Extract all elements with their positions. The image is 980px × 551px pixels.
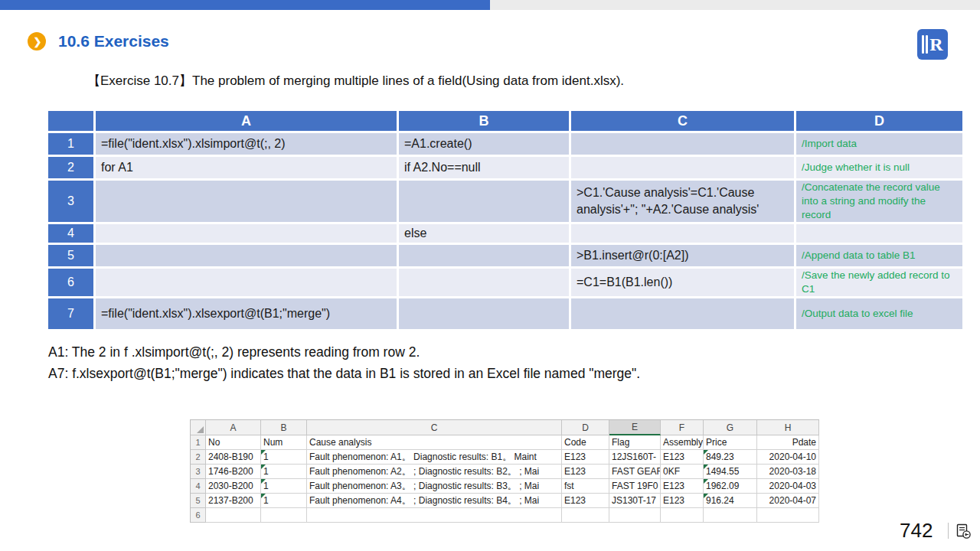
sheet-cell-B2: 1 bbox=[261, 450, 307, 465]
sheet-col-header-G: G bbox=[704, 420, 757, 435]
sheet-col-header-E: E bbox=[609, 420, 661, 435]
logo-bar bbox=[926, 35, 928, 54]
sheet-row-header-2: 2 bbox=[191, 450, 206, 465]
document-return-icon bbox=[955, 523, 972, 543]
sheet-cell-C1: Cause analysis bbox=[307, 435, 562, 450]
sheet-cell-G2: 849.23 bbox=[704, 450, 757, 465]
sheet-cell-G5: 916.24 bbox=[704, 494, 757, 508]
code-cell-C1 bbox=[571, 133, 794, 155]
top-gray-bar bbox=[490, 0, 980, 10]
code-row-header-1: 1 bbox=[48, 133, 93, 155]
code-cell-A4 bbox=[96, 224, 397, 243]
sheet-cell-F1: Assembly p bbox=[661, 435, 704, 450]
sheet-cell-B5: 1 bbox=[261, 494, 307, 508]
sheet-cell-F4: E123 bbox=[661, 479, 704, 494]
code-col-header-D: D bbox=[796, 111, 962, 131]
page-number: 742 bbox=[900, 519, 933, 543]
code-row-header-4: 4 bbox=[48, 224, 93, 243]
sheet-cell-D5: E123 bbox=[562, 494, 609, 508]
sheet-cell-B3: 1 bbox=[261, 465, 307, 479]
sheet-col-header-B: B bbox=[261, 420, 307, 435]
code-col-header-C: C bbox=[571, 111, 794, 131]
sheet-cell-F2: E123 bbox=[661, 450, 704, 465]
sheet-cell-G6 bbox=[704, 508, 757, 523]
sheet-cell-E6 bbox=[609, 508, 661, 523]
chevron-right-icon: ❯ bbox=[28, 32, 46, 51]
code-cell-A6 bbox=[96, 269, 397, 296]
code-cell-B7 bbox=[399, 298, 569, 329]
sheet-col-header-D: D bbox=[562, 420, 609, 435]
sheet-cell-F3: 0KF bbox=[661, 465, 704, 479]
top-accent-bar bbox=[0, 0, 490, 10]
notes-block: A1: The 2 in f .xlsimport@t(;, 2) repres… bbox=[48, 341, 640, 384]
code-cell-B3 bbox=[399, 181, 569, 222]
sheet-cell-D1: Code bbox=[562, 435, 609, 450]
sheet-cell-F5: E123 bbox=[661, 494, 704, 508]
code-cell-A7: =file("ident.xlsx").xlsexport@t(B1;"merg… bbox=[96, 298, 397, 329]
sheet-cell-A3: 1746-B200 bbox=[206, 465, 261, 479]
sheet-row-header-5: 5 bbox=[191, 494, 206, 508]
sheet-corner-cell bbox=[191, 420, 206, 435]
sheet-cell-D6 bbox=[562, 508, 609, 523]
sheet-row-header-3: 3 bbox=[191, 465, 206, 479]
code-cell-D2: /Judge whether it is null bbox=[796, 157, 962, 178]
exercise-subtitle: 【Exercise 10.7】The problem of merging mu… bbox=[87, 72, 624, 90]
sheet-col-header-C: C bbox=[307, 420, 562, 435]
raqsoft-logo-icon: R bbox=[917, 29, 948, 60]
code-cell-C6: =C1=B1(B1.len()) bbox=[571, 269, 794, 296]
section-header: ❯ 10.6 Exercises bbox=[28, 32, 169, 51]
excel-result-screenshot: ABCDEFGH1NoNumCause analysisCodeFlagAsse… bbox=[190, 419, 819, 523]
code-cell-D6: /Save the newly added record to C1 bbox=[796, 269, 962, 296]
code-cell-D1: /Import data bbox=[796, 133, 962, 155]
code-cell-A5 bbox=[96, 245, 397, 266]
page-title: 10.6 Exercises bbox=[58, 32, 169, 51]
sheet-cell-C3: Fault phenomenon: A2。 ; Diagnostic resul… bbox=[307, 465, 562, 479]
code-col-header-A: A bbox=[96, 111, 397, 131]
sheet-cell-H3: 2020-03-18 bbox=[757, 465, 819, 479]
logo-letter: R bbox=[929, 35, 942, 54]
code-row-header-2: 2 bbox=[48, 157, 93, 178]
sheet-cell-C2: Fault phenomenon: A1。 Diagnostic results… bbox=[307, 450, 562, 465]
sheet-cell-D2: E123 bbox=[562, 450, 609, 465]
sheet-col-header-A: A bbox=[206, 420, 261, 435]
sheet-row-header-4: 4 bbox=[191, 479, 206, 494]
code-row-header-3: 3 bbox=[48, 181, 93, 222]
code-cell-B5 bbox=[399, 245, 569, 266]
sheet-cell-E1: Flag bbox=[609, 435, 661, 450]
code-corner-cell bbox=[48, 111, 93, 131]
sheet-cell-A2: 2408-B190 bbox=[206, 450, 261, 465]
sheet-cell-H1: Pdate bbox=[757, 435, 819, 450]
sheet-cell-A5: 2137-B200 bbox=[206, 494, 261, 508]
sheet-cell-G4: 1962.09 bbox=[704, 479, 757, 494]
code-cell-C7 bbox=[571, 298, 794, 329]
code-row-header-7: 7 bbox=[48, 298, 93, 329]
sheet-cell-A4: 2030-B200 bbox=[206, 479, 261, 494]
code-cell-D3: /Concatenate the record value into a str… bbox=[796, 181, 962, 222]
sheet-cell-D4: fst bbox=[562, 479, 609, 494]
code-cell-D5: /Append data to table B1 bbox=[796, 245, 962, 266]
code-row-header-5: 5 bbox=[48, 245, 93, 266]
sheet-cell-B1: Num bbox=[261, 435, 307, 450]
sheet-cell-A1: No bbox=[206, 435, 261, 450]
sheet-cell-G1: Price bbox=[704, 435, 757, 450]
sheet-cell-D3: E123 bbox=[562, 465, 609, 479]
code-cell-D7: /Output data to excel file bbox=[796, 298, 962, 329]
sheet-cell-G3: 1494.55 bbox=[704, 465, 757, 479]
note-line-1: A1: The 2 in f .xlsimport@t(;, 2) repres… bbox=[48, 341, 640, 363]
footer-divider bbox=[948, 523, 949, 539]
sheet-cell-F6 bbox=[661, 508, 704, 523]
code-cell-C4 bbox=[571, 224, 794, 243]
sheet-cell-E2: 12JS160T- bbox=[609, 450, 661, 465]
sheet-cell-A6 bbox=[206, 508, 261, 523]
code-cell-A2: for A1 bbox=[96, 157, 397, 178]
sheet-cell-H6 bbox=[757, 508, 819, 523]
sheet-row-header-6: 6 bbox=[191, 508, 206, 523]
code-cell-A3 bbox=[96, 181, 397, 222]
sheet-cell-E5: JS130T-17 bbox=[609, 494, 661, 508]
sheet-cell-C6 bbox=[307, 508, 562, 523]
sheet-cell-E4: FAST 19F0 bbox=[609, 479, 661, 494]
sheet-cell-H4: 2020-04-03 bbox=[757, 479, 819, 494]
code-cell-A1: =file("ident.xlsx").xlsimport@t(;, 2) bbox=[96, 133, 397, 155]
code-cell-B2: if A2.No==null bbox=[399, 157, 569, 178]
code-col-header-B: B bbox=[399, 111, 569, 131]
